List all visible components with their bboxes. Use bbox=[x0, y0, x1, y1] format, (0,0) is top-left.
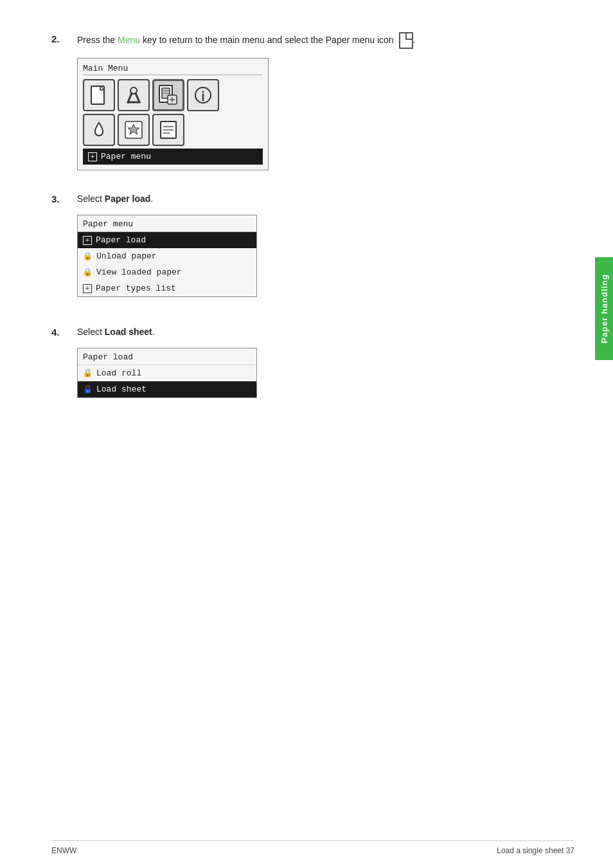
plus-icon: + bbox=[88, 152, 97, 161]
svg-line-2 bbox=[128, 93, 132, 102]
unload-paper-item: 🔒 Unload paper bbox=[78, 248, 256, 264]
step-2-keyword: Menu bbox=[118, 35, 140, 45]
paper-load-panel: Paper load 🔒 Load roll 🔒 Load sheet bbox=[77, 348, 257, 398]
step-3-text: Select Paper load. bbox=[77, 192, 574, 206]
view-loaded-label: View loaded paper bbox=[96, 267, 182, 277]
paper-doc-icon bbox=[399, 32, 413, 49]
footer: ENWW Load a single sheet 37 bbox=[51, 840, 574, 855]
step-3-bold: Paper load bbox=[105, 194, 151, 204]
step-2-suffix: key to return to the main menu and selec… bbox=[140, 35, 394, 45]
svg-point-13 bbox=[202, 91, 204, 93]
menu-icon-paper bbox=[83, 79, 115, 111]
step-4-prefix: Select bbox=[77, 327, 105, 337]
menu-icons-row2 bbox=[83, 114, 263, 146]
step-2-prefix: Press the bbox=[77, 35, 118, 45]
step-4-bold: Load sheet bbox=[105, 327, 152, 337]
menu-icon-doc bbox=[152, 114, 184, 146]
paper-types-label: Paper types list bbox=[96, 284, 176, 293]
step-4-text: Select Load sheet. bbox=[77, 325, 574, 339]
menu-icon-ink bbox=[83, 114, 115, 146]
step-4-suffix: . bbox=[152, 327, 155, 337]
lock-icon-1: 🔒 bbox=[83, 251, 93, 261]
paper-types-plus-icon: + bbox=[83, 284, 92, 293]
svg-line-3 bbox=[136, 93, 139, 102]
step-4-content: Select Load sheet. Paper load 🔒 Load rol… bbox=[77, 325, 574, 398]
step-4-number: 4. bbox=[51, 327, 60, 338]
step-3-section: 3. Select Paper load. Paper menu + Paper… bbox=[51, 192, 574, 300]
menu-icon-paper-load bbox=[152, 79, 184, 111]
paper-load-panel-title: Paper load bbox=[78, 348, 256, 365]
footer-page: Load a single sheet 37 bbox=[497, 846, 574, 855]
view-loaded-item: 🔒 View loaded paper bbox=[78, 264, 256, 280]
load-roll-item: 🔒 Load roll bbox=[78, 365, 256, 381]
paper-menu-bar-label: Paper menu bbox=[101, 152, 151, 161]
main-menu-title: Main Menu bbox=[83, 64, 263, 75]
step-3-number: 3. bbox=[51, 194, 60, 204]
menu-icon-star bbox=[118, 114, 150, 146]
sidebar-tab: Paper handling bbox=[595, 257, 613, 360]
step-3-prefix: Select bbox=[77, 194, 105, 204]
paper-menu-panel: Paper menu + Paper load 🔒 Unload paper 🔒… bbox=[77, 215, 257, 297]
step-3-suffix: . bbox=[150, 194, 153, 204]
step-2-content: Press the Menu key to return to the main… bbox=[77, 32, 574, 173]
paper-types-item: + Paper types list bbox=[78, 280, 256, 296]
sidebar-tab-label: Paper handling bbox=[600, 274, 609, 343]
menu-icon-info bbox=[187, 79, 219, 111]
footer-enww: ENWW bbox=[51, 846, 76, 855]
step-4-section: 4. Select Load sheet. Paper load 🔒 Load … bbox=[51, 325, 574, 398]
main-content: 2. Press the Menu key to return to the m… bbox=[51, 32, 574, 829]
load-roll-label: Load roll bbox=[96, 368, 141, 378]
paper-load-plus-icon: + bbox=[83, 236, 92, 245]
unload-paper-label: Unload paper bbox=[96, 251, 157, 261]
lock-icon-2: 🔒 bbox=[83, 267, 93, 277]
step-2-number: 2. bbox=[51, 33, 60, 44]
paper-menu-bar: + Paper menu bbox=[83, 149, 263, 165]
lock-icon-roll: 🔒 bbox=[83, 368, 93, 378]
paper-load-label: Paper load bbox=[96, 235, 146, 245]
step-2-text: Press the Menu key to return to the main… bbox=[77, 32, 574, 49]
step-2-section: 2. Press the Menu key to return to the m… bbox=[51, 32, 574, 173]
paper-load-item-selected: + Paper load bbox=[78, 232, 256, 248]
load-sheet-label: Load sheet bbox=[96, 384, 147, 394]
menu-icon-wrench bbox=[118, 79, 150, 111]
paper-menu-panel-title: Paper menu bbox=[78, 215, 256, 232]
load-sheet-item: 🔒 Load sheet bbox=[78, 381, 256, 397]
menu-icons-row1 bbox=[83, 79, 263, 111]
lock-icon-sheet: 🔒 bbox=[83, 384, 93, 394]
main-menu-panel: Main Menu bbox=[77, 58, 269, 170]
step-3-content: Select Paper load. Paper menu + Paper lo… bbox=[77, 192, 574, 300]
